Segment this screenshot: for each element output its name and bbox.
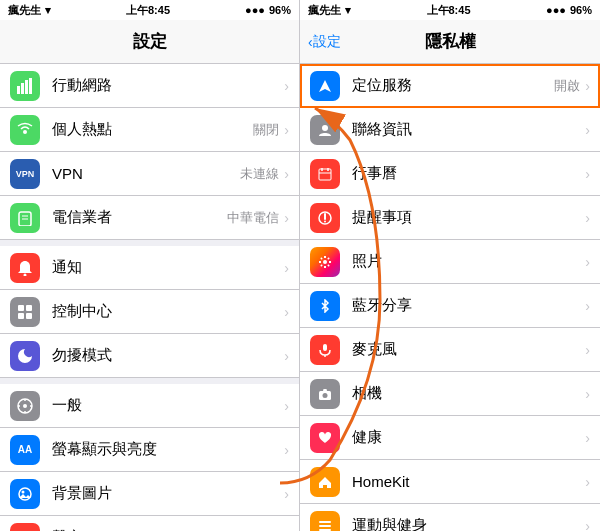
settings-item-cellular[interactable]: 行動網路 › (0, 64, 299, 108)
calendar-label: 行事曆 (352, 164, 585, 183)
privacy-item-reminders[interactable]: 提醒事項 › (300, 196, 600, 240)
carrier-sublabel: 中華電信 (227, 209, 279, 227)
privacy-item-camera[interactable]: 相機 › (300, 372, 600, 416)
contacts-label: 聯絡資訊 (352, 120, 585, 139)
svg-point-29 (323, 260, 327, 264)
vpn-icon: VPN (10, 159, 40, 189)
vpn-chevron: › (284, 166, 289, 182)
privacy-item-health[interactable]: 健康 › (300, 416, 600, 460)
notification-chevron: › (284, 260, 289, 276)
settings-group-3: 一般 › AA 螢幕顯示與亮度 › 背景圖片 › 聲音 › (0, 384, 299, 531)
health-chevron: › (585, 430, 590, 446)
settings-item-general[interactable]: 一般 › (0, 384, 299, 428)
privacy-item-motion[interactable]: 運動與健身 › (300, 504, 600, 531)
photos-icon (310, 247, 340, 277)
general-icon (10, 391, 40, 421)
svg-rect-2 (25, 80, 28, 94)
hotspot-label: 個人熱點 (52, 120, 253, 139)
health-label: 健康 (352, 428, 585, 447)
settings-item-control[interactable]: 控制中心 › (0, 290, 299, 334)
svg-rect-10 (26, 305, 32, 311)
svg-point-41 (323, 393, 328, 398)
settings-item-notification[interactable]: 通知 › (0, 246, 299, 290)
svg-rect-11 (18, 313, 24, 319)
bluetooth-chevron: › (585, 298, 590, 314)
homekit-chevron: › (585, 474, 590, 490)
svg-rect-44 (319, 529, 331, 531)
settings-item-carrier[interactable]: 電信業者 中華電信 › (0, 196, 299, 240)
hotspot-sublabel: 關閉 (253, 121, 279, 139)
photos-label: 照片 (352, 252, 585, 271)
general-label: 一般 (52, 396, 284, 415)
settings-item-vpn[interactable]: VPN VPN 未連線 › (0, 152, 299, 196)
left-status-time: 上午8:45 (126, 3, 170, 18)
svg-point-8 (24, 273, 27, 276)
privacy-item-microphone[interactable]: 麥克風 › (300, 328, 600, 372)
right-carrier-text: 瘋先生 (308, 3, 341, 18)
settings-group-2: 通知 › 控制中心 › 勿擾模式 › (0, 246, 299, 378)
microphone-icon (310, 335, 340, 365)
privacy-item-homekit[interactable]: HomeKit › (300, 460, 600, 504)
location-label: 定位服務 (352, 76, 554, 95)
control-chevron: › (284, 304, 289, 320)
privacy-item-contacts[interactable]: 聯絡資訊 › (300, 108, 600, 152)
vpn-label: VPN (52, 165, 240, 182)
display-label: 螢幕顯示與亮度 (52, 440, 284, 459)
right-status-bar: 瘋先生 ▾ 上午8:45 ●●● 96% (300, 0, 600, 20)
settings-item-display[interactable]: AA 螢幕顯示與亮度 › (0, 428, 299, 472)
location-chevron: › (585, 78, 590, 94)
svg-point-16 (22, 490, 25, 493)
settings-item-hotspot[interactable]: 個人熱點 關閉 › (0, 108, 299, 152)
svg-point-15 (19, 488, 31, 500)
svg-rect-3 (29, 78, 32, 94)
motion-chevron: › (585, 518, 590, 532)
left-panel: 瘋先生 ▾ 上午8:45 ●●● 96% 設定 行動網路 › (0, 0, 300, 531)
cellular-label: 行動網路 (52, 76, 284, 95)
right-nav-bar: ‹ 設定 隱私權 (300, 20, 600, 64)
bluetooth-label: 藍牙分享 (352, 296, 585, 315)
left-wifi-icon: ▾ (45, 4, 51, 17)
svg-rect-22 (319, 169, 331, 180)
right-wifi-icon: ▾ (345, 4, 351, 17)
left-status-carrier: 瘋先生 ▾ (8, 3, 51, 18)
svg-point-28 (324, 220, 326, 222)
svg-line-36 (328, 257, 329, 258)
motion-label: 運動與健身 (352, 516, 585, 531)
svg-line-35 (328, 264, 329, 265)
hotspot-icon (10, 115, 40, 145)
privacy-item-location[interactable]: 定位服務 開啟 › (300, 64, 600, 108)
settings-item-dnd[interactable]: 勿擾模式 › (0, 334, 299, 378)
svg-point-14 (23, 404, 27, 408)
location-status: 開啟 (554, 77, 580, 95)
settings-item-sound[interactable]: 聲音 › (0, 516, 299, 531)
wallpaper-icon (10, 479, 40, 509)
right-status-right: ●●● 96% (546, 4, 592, 16)
microphone-label: 麥克風 (352, 340, 585, 359)
health-icon (310, 423, 340, 453)
back-button[interactable]: ‹ 設定 (308, 33, 341, 51)
svg-rect-1 (21, 83, 24, 94)
left-battery-text: 96% (269, 4, 291, 16)
left-status-right: ●●● 96% (245, 4, 291, 16)
svg-rect-38 (323, 344, 327, 351)
settings-item-wallpaper[interactable]: 背景圖片 › (0, 472, 299, 516)
right-panel: 瘋先生 ▾ 上午8:45 ●●● 96% ‹ 設定 隱私權 定位服務 開啟 › (300, 0, 600, 531)
svg-line-37 (321, 264, 322, 265)
privacy-item-photos[interactable]: 照片 › (300, 240, 600, 284)
right-status-carrier: 瘋先生 ▾ (308, 3, 351, 18)
camera-icon (310, 379, 340, 409)
control-label: 控制中心 (52, 302, 284, 321)
carrier-icon (10, 203, 40, 233)
hotspot-chevron: › (284, 122, 289, 138)
right-nav-title: 隱私權 (425, 30, 476, 53)
motion-icon (310, 511, 340, 532)
calendar-chevron: › (585, 166, 590, 182)
privacy-list: 定位服務 開啟 › 聯絡資訊 › 行事曆 › 提醒事項 › (300, 64, 600, 531)
homekit-label: HomeKit (352, 473, 585, 490)
privacy-item-bluetooth[interactable]: 藍牙分享 › (300, 284, 600, 328)
dnd-icon (10, 341, 40, 371)
svg-marker-20 (319, 80, 331, 92)
left-nav-bar: 設定 (0, 20, 299, 64)
privacy-item-calendar[interactable]: 行事曆 › (300, 152, 600, 196)
camera-chevron: › (585, 386, 590, 402)
